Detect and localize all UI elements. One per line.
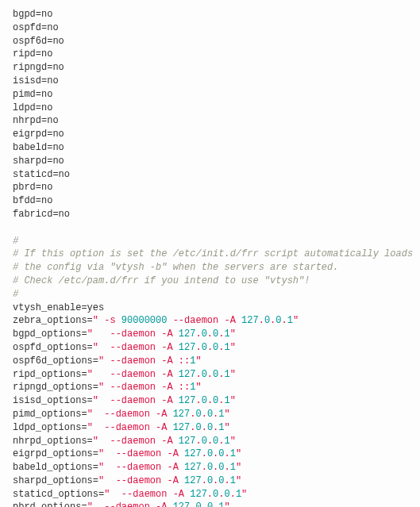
code-line: bgpd_options=" --daemon -A 127.0.0.1" [13, 328, 407, 341]
config-key: babeld_options= [13, 462, 98, 473]
config-key: bgpd=no [13, 9, 52, 20]
ip-octet: 0 [195, 409, 201, 420]
config-key: staticd_options= [13, 489, 104, 500]
config-key: ospfd=no [13, 22, 59, 33]
string-literal: " [224, 422, 229, 433]
config-key: isisd=no [13, 75, 59, 86]
code-line: pbrd_options=" --daemon -A 127.0.0.1" [13, 501, 407, 507]
ip-octet: 127 [179, 328, 196, 340]
config-key: bfdd=no [13, 195, 52, 206]
config-key: staticd=no [13, 169, 70, 180]
config-key: sharpd_options= [13, 475, 98, 486]
config-key: ospf6d_options= [13, 355, 98, 367]
config-key: pimd=no [13, 89, 52, 100]
code-line: isisd=no [13, 75, 407, 88]
ip-octet: 0 [264, 315, 270, 326]
config-key: bgpd_options= [13, 328, 87, 340]
ip-octet: 1 [230, 462, 236, 473]
string-literal: " [195, 355, 201, 367]
code-line: zebra_options=" -s 90000000 --daemon -A … [13, 314, 407, 328]
comment-text: # [13, 236, 18, 247]
string-literal: " --daemon -A :: [98, 355, 190, 367]
code-line: nhrpd=no [13, 114, 407, 128]
ip-octet: 0 [207, 475, 213, 486]
code-line: staticd_options=" --daemon -A 127.0.0.1" [13, 488, 407, 501]
code-line: sharpd_options=" --daemon -A 127.0.0.1" [13, 474, 407, 488]
ip-octet: 1 [230, 448, 236, 459]
code-line: sharpd=no [13, 155, 407, 168]
ip-octet: 0 [207, 409, 213, 420]
comment-text: # If this option is set the /etc/init.d/… [13, 248, 413, 259]
string-literal: " --daemon -A [98, 462, 184, 473]
string-literal: " --daemon -A [93, 395, 179, 406]
string-literal: " [230, 436, 236, 447]
string-literal: " [230, 369, 236, 380]
string-literal: " --daemon -A [104, 489, 190, 500]
config-key: eigrpd=no [13, 129, 64, 140]
string-literal: " [230, 342, 236, 353]
config-key: vtysh_enable=yes [13, 302, 104, 313]
string-literal: " --daemon -A :: [98, 382, 190, 393]
config-key: pbrd_options= [13, 501, 87, 507]
code-line: babeld_options=" --daemon -A 127.0.0.1" [13, 461, 407, 474]
config-key: ldpd=no [13, 102, 52, 113]
code-line: staticd=no [13, 168, 407, 182]
string-literal: " [236, 448, 241, 459]
code-line: # Check /etc/pam.d/frr if you intend to … [13, 275, 407, 288]
code-line: # [13, 235, 407, 248]
code-line [13, 221, 407, 235]
ip-octet: 127 [173, 422, 191, 433]
config-key: ripd=no [13, 48, 52, 60]
string-literal: " -s [93, 315, 121, 326]
config-key: nhrpd=no [13, 115, 59, 126]
config-code-block: bgpd=noospfd=noospf6d=noripd=noripngd=no… [0, 0, 420, 507]
ip-octet: 0 [276, 315, 281, 326]
ip-octet: 1 [224, 436, 229, 447]
comment-text: # [13, 289, 18, 300]
code-line: bgpd=no [13, 8, 407, 21]
code-line: bfdd=no [13, 194, 407, 208]
code-line: babeld=no [13, 141, 407, 155]
numeric-literal: 90000000 [121, 315, 168, 326]
config-key: zebra_options= [13, 315, 93, 326]
ip-octet: 127 [184, 462, 202, 473]
code-line: nhrpd_options=" --daemon -A 127.0.0.1" [13, 435, 407, 448]
string-literal: " [293, 315, 299, 326]
config-key: ripngd_options= [13, 382, 98, 393]
ip-octet: 127 [179, 342, 196, 353]
config-key: sharpd=no [13, 156, 64, 167]
code-line: isisd_options=" --daemon -A 127.0.0.1" [13, 394, 407, 408]
config-key: ospf6d=no [13, 36, 64, 47]
string-literal: " [224, 501, 229, 507]
string-literal: " [230, 328, 236, 340]
string-literal: " --daemon -A [93, 436, 179, 447]
ip-octet: 127 [179, 369, 196, 380]
code-line: # [13, 288, 407, 302]
config-key: ripd_options= [13, 369, 87, 380]
string-literal: " --daemon -A [87, 369, 179, 380]
comment-text: # Check /etc/pam.d/frr if you intend to … [13, 275, 310, 286]
config-key: pbrd=no [13, 182, 52, 193]
ip-octet: 0 [207, 501, 213, 507]
ip-octet: 127 [173, 501, 191, 507]
code-line: ospfd=no [13, 21, 407, 35]
ip-octet: 127 [173, 409, 191, 420]
string-literal: " [236, 475, 241, 486]
code-line: pbrd=no [13, 181, 407, 194]
config-key: fabricd=no [13, 209, 70, 220]
code-line: pimd_options=" --daemon -A 127.0.0.1" [13, 408, 407, 421]
config-key: pimd_options= [13, 409, 87, 420]
config-key: nhrpd_options= [13, 436, 93, 447]
code-line: # the config via "vtysh -b" when the ser… [13, 261, 407, 275]
ip-octet: 127 [241, 315, 259, 326]
ip-octet: 0 [207, 448, 213, 459]
ip-octet: 127 [179, 395, 196, 406]
ip-octet: 1 [224, 395, 229, 406]
ip-octet: 1 [224, 369, 229, 380]
code-line: eigrpd=no [13, 128, 407, 141]
ip-octet: 0 [207, 422, 213, 433]
code-line: pimd=no [13, 88, 407, 102]
ip-octet: 0 [202, 436, 207, 447]
code-line: ospfd_options=" --daemon -A 127.0.0.1" [13, 341, 407, 355]
code-line: vtysh_enable=yes [13, 302, 407, 315]
